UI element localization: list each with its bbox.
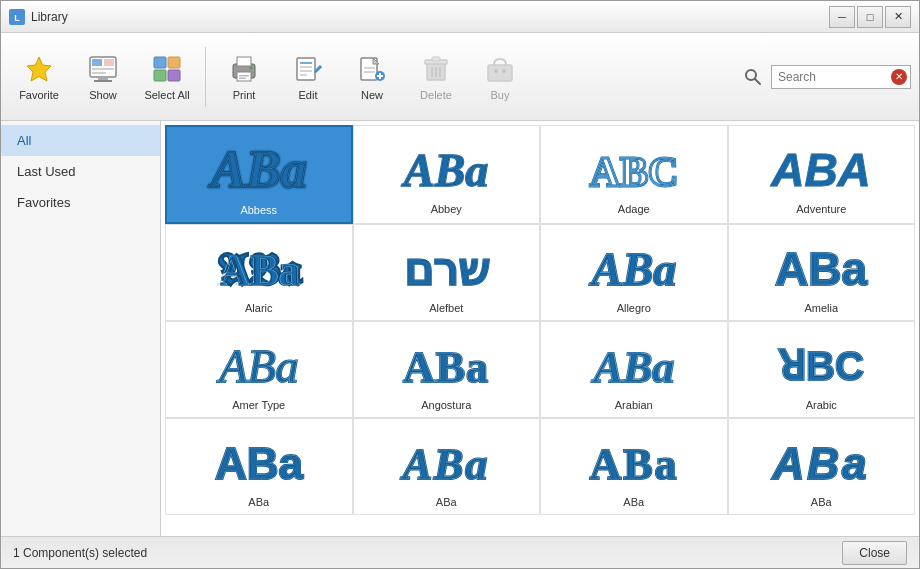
font-name-arabian: Arabian bbox=[615, 399, 653, 411]
font-item-angostura[interactable]: ABa ABa Angostura bbox=[353, 321, 541, 418]
font-name-alaric: Alaric bbox=[245, 302, 273, 314]
font-preview-13: ABa ABa bbox=[194, 427, 324, 492]
buy-button[interactable]: Buy bbox=[470, 41, 530, 113]
delete-label: Delete bbox=[420, 89, 452, 101]
favorite-icon bbox=[23, 53, 55, 85]
show-label: Show bbox=[89, 89, 117, 101]
svg-text:L: L bbox=[14, 13, 20, 23]
font-item-15[interactable]: ABa ABa ABa bbox=[540, 418, 728, 515]
svg-text:ABa: ABa bbox=[772, 439, 870, 488]
font-name-arabic: Arabic bbox=[806, 399, 837, 411]
font-item-13[interactable]: ABa ABa ABa bbox=[165, 418, 353, 515]
font-item-abbess[interactable]: ABa ABa Abbess bbox=[165, 125, 353, 224]
font-item-16[interactable]: ABa ABa ABa bbox=[728, 418, 916, 515]
svg-text:ABA: ABA bbox=[770, 144, 871, 196]
status-bar: 1 Component(s) selected Close bbox=[1, 536, 919, 568]
font-grid-area[interactable]: ABa ABa Abbess ABa ABa Abbey bbox=[161, 121, 919, 536]
font-item-arabian[interactable]: ABa ABa Arabian bbox=[540, 321, 728, 418]
select-all-button[interactable]: Select All bbox=[137, 41, 197, 113]
font-name-15: ABa bbox=[623, 496, 644, 508]
new-button[interactable]: New bbox=[342, 41, 402, 113]
close-button[interactable]: Close bbox=[842, 541, 907, 565]
title-bar: L Library ─ □ ✕ bbox=[1, 1, 919, 33]
print-label: Print bbox=[233, 89, 256, 101]
svg-text:ABa: ABa bbox=[590, 343, 674, 392]
window-close-button[interactable]: ✕ bbox=[885, 6, 911, 28]
minimize-button[interactable]: ─ bbox=[829, 6, 855, 28]
svg-rect-9 bbox=[94, 80, 112, 82]
buy-icon bbox=[484, 53, 516, 85]
title-bar-left: L Library bbox=[9, 9, 68, 25]
edit-button[interactable]: Edit bbox=[278, 41, 338, 113]
svg-rect-13 bbox=[168, 70, 180, 81]
svg-point-41 bbox=[494, 69, 498, 73]
font-preview-amelia: ABa ABa bbox=[756, 233, 886, 298]
svg-rect-15 bbox=[237, 57, 251, 66]
svg-rect-11 bbox=[168, 57, 180, 68]
svg-rect-17 bbox=[239, 75, 249, 77]
sidebar: All Last Used Favorites bbox=[1, 121, 161, 536]
font-name-allegro: Allegro bbox=[617, 302, 651, 314]
font-preview-arabic: ꓤBC ꓤBC bbox=[756, 330, 886, 395]
font-preview-allegro: ABa ABa bbox=[569, 233, 699, 298]
font-item-amelia[interactable]: ABa ABa Amelia bbox=[728, 224, 916, 321]
font-preview-arabian: ABa ABa bbox=[569, 330, 699, 395]
font-preview-14: ABa ABa bbox=[381, 427, 511, 492]
svg-text:ABa: ABa bbox=[589, 440, 678, 489]
svg-text:ABa: ABa bbox=[403, 343, 489, 392]
print-icon bbox=[228, 53, 260, 85]
maximize-icon: □ bbox=[867, 11, 874, 23]
font-item-alaric[interactable]: 𝔄𝔅𝔞 ABa ABa Alaric bbox=[165, 224, 353, 321]
show-icon bbox=[87, 53, 119, 85]
font-name-abbey: Abbey bbox=[431, 203, 462, 215]
font-name-angostura: Angostura bbox=[421, 399, 471, 411]
sidebar-item-last-used[interactable]: Last Used bbox=[1, 156, 160, 187]
font-preview-15: ABa ABa bbox=[569, 427, 699, 492]
svg-rect-20 bbox=[297, 58, 315, 80]
sidebar-item-favorites[interactable]: Favorites bbox=[1, 187, 160, 218]
show-button[interactable]: Show bbox=[73, 41, 133, 113]
new-label: New bbox=[361, 89, 383, 101]
svg-text:ABa: ABa bbox=[401, 145, 488, 196]
font-name-16: ABa bbox=[811, 496, 832, 508]
select-all-label: Select All bbox=[144, 89, 189, 101]
font-preview-alefbet: שרם שרם bbox=[381, 233, 511, 298]
font-item-allegro[interactable]: ABa ABa Allegro bbox=[540, 224, 728, 321]
maximize-button[interactable]: □ bbox=[857, 6, 883, 28]
font-preview-abbey: ABa ABa bbox=[381, 134, 511, 199]
search-input[interactable] bbox=[771, 65, 911, 89]
font-item-arabic[interactable]: ꓤBC ꓤBC Arabic bbox=[728, 321, 916, 418]
svg-text:ABa: ABa bbox=[216, 341, 298, 392]
svg-rect-18 bbox=[239, 77, 246, 79]
favorite-button[interactable]: Favorite bbox=[9, 41, 69, 113]
print-button[interactable]: Print bbox=[214, 41, 274, 113]
window-close-icon: ✕ bbox=[894, 10, 903, 23]
search-area: ✕ bbox=[741, 65, 911, 89]
search-wrapper: ✕ bbox=[771, 65, 911, 89]
toolbar: Favorite Show bbox=[1, 33, 919, 121]
search-clear-button[interactable]: ✕ bbox=[891, 69, 907, 85]
font-item-adventure[interactable]: ABA ABA Adventure bbox=[728, 125, 916, 224]
minimize-icon: ─ bbox=[838, 11, 846, 23]
font-item-amer-type[interactable]: ABa ABa Amer Type bbox=[165, 321, 353, 418]
font-name-14: ABa bbox=[436, 496, 457, 508]
font-item-alefbet[interactable]: שרם שרם Alefbet bbox=[353, 224, 541, 321]
font-name-alefbet: Alefbet bbox=[429, 302, 463, 314]
font-item-adage[interactable]: ABC ABC ABC Adage bbox=[540, 125, 728, 224]
main-content: All Last Used Favorites bbox=[1, 121, 919, 536]
font-preview-adventure: ABA ABA bbox=[756, 134, 886, 199]
delete-button[interactable]: Delete bbox=[406, 41, 466, 113]
svg-text:ABa: ABa bbox=[589, 244, 676, 295]
font-item-14[interactable]: ABa ABa ABa bbox=[353, 418, 541, 515]
sidebar-item-all[interactable]: All bbox=[1, 125, 160, 156]
edit-icon bbox=[292, 53, 324, 85]
svg-line-44 bbox=[755, 79, 760, 84]
font-name-adventure: Adventure bbox=[796, 203, 846, 215]
font-preview-16: ABa ABa bbox=[756, 427, 886, 492]
svg-rect-7 bbox=[92, 72, 106, 74]
font-item-abbey[interactable]: ABa ABa Abbey bbox=[353, 125, 541, 224]
font-name-13: ABa bbox=[248, 496, 269, 508]
font-name-abbess: Abbess bbox=[240, 204, 277, 216]
status-text: 1 Component(s) selected bbox=[13, 546, 147, 560]
select-all-icon bbox=[151, 53, 183, 85]
